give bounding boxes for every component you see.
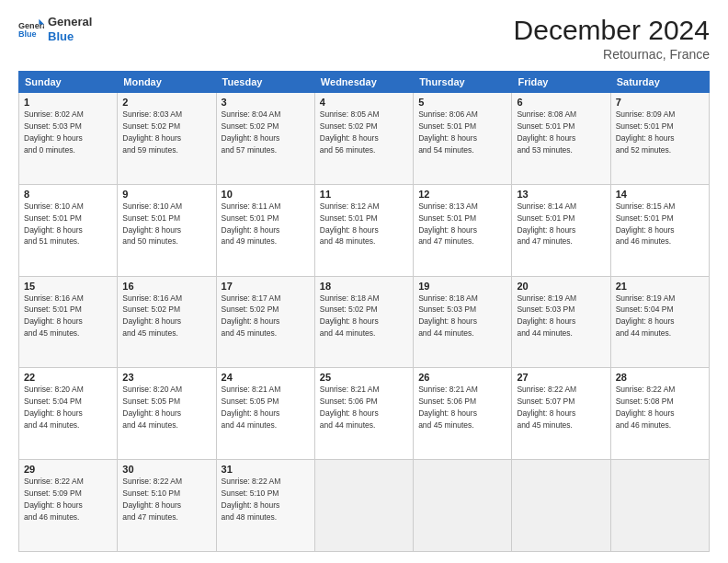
day-info: Sunrise: 8:22 AMSunset: 5:10 PMDaylight:… bbox=[122, 477, 182, 522]
svg-text:Blue: Blue bbox=[18, 29, 37, 39]
day-info: Sunrise: 8:20 AMSunset: 5:05 PMDaylight:… bbox=[122, 385, 182, 430]
day-info: Sunrise: 8:12 AMSunset: 5:01 PMDaylight:… bbox=[320, 201, 380, 247]
table-row: 29Sunrise: 8:22 AMSunset: 5:09 PMDayligh… bbox=[19, 460, 118, 552]
table-row: 23Sunrise: 8:20 AMSunset: 5:05 PMDayligh… bbox=[118, 368, 216, 460]
day-number: 12 bbox=[418, 189, 506, 200]
table-row: 10Sunrise: 8:11 AMSunset: 5:01 PMDayligh… bbox=[216, 184, 314, 276]
title-block: December 2024 Retournac, France bbox=[514, 15, 710, 62]
table-row: 12Sunrise: 8:13 AMSunset: 5:01 PMDayligh… bbox=[414, 184, 512, 276]
day-number: 6 bbox=[517, 97, 605, 108]
day-info: Sunrise: 8:06 AMSunset: 5:01 PMDaylight:… bbox=[418, 109, 478, 155]
day-number: 26 bbox=[418, 372, 506, 383]
day-info: Sunrise: 8:08 AMSunset: 5:01 PMDaylight:… bbox=[517, 109, 576, 155]
table-row: 16Sunrise: 8:16 AMSunset: 5:02 PMDayligh… bbox=[118, 276, 216, 368]
table-row: 2Sunrise: 8:03 AMSunset: 5:02 PMDaylight… bbox=[118, 93, 216, 185]
table-row: 25Sunrise: 8:21 AMSunset: 5:06 PMDayligh… bbox=[314, 368, 413, 460]
day-number: 3 bbox=[222, 97, 310, 108]
day-number: 31 bbox=[222, 464, 310, 475]
table-row: 31Sunrise: 8:22 AMSunset: 5:10 PMDayligh… bbox=[216, 460, 314, 552]
day-info: Sunrise: 8:22 AMSunset: 5:09 PMDaylight:… bbox=[24, 477, 84, 522]
day-number: 22 bbox=[24, 372, 112, 383]
day-info: Sunrise: 8:21 AMSunset: 5:05 PMDaylight:… bbox=[222, 385, 281, 430]
day-info: Sunrise: 8:16 AMSunset: 5:02 PMDaylight:… bbox=[122, 293, 182, 339]
day-info: Sunrise: 8:22 AMSunset: 5:08 PMDaylight:… bbox=[616, 385, 676, 430]
table-row: 27Sunrise: 8:22 AMSunset: 5:07 PMDayligh… bbox=[512, 368, 610, 460]
calendar-week-row: 29Sunrise: 8:22 AMSunset: 5:09 PMDayligh… bbox=[19, 460, 710, 552]
day-info: Sunrise: 8:10 AMSunset: 5:01 PMDaylight:… bbox=[24, 201, 84, 247]
day-number: 10 bbox=[222, 189, 310, 200]
table-row: 24Sunrise: 8:21 AMSunset: 5:05 PMDayligh… bbox=[216, 368, 314, 460]
logo-icon: General Blue bbox=[18, 17, 44, 42]
day-number: 29 bbox=[24, 464, 112, 475]
calendar-week-row: 22Sunrise: 8:20 AMSunset: 5:04 PMDayligh… bbox=[19, 368, 710, 460]
day-number: 13 bbox=[517, 189, 605, 200]
day-number: 14 bbox=[616, 189, 704, 200]
day-info: Sunrise: 8:21 AMSunset: 5:06 PMDaylight:… bbox=[320, 385, 380, 430]
table-row: 30Sunrise: 8:22 AMSunset: 5:10 PMDayligh… bbox=[118, 460, 216, 552]
day-info: Sunrise: 8:04 AMSunset: 5:02 PMDaylight:… bbox=[222, 109, 281, 155]
table-row bbox=[512, 460, 610, 552]
col-sunday: Sunday bbox=[19, 72, 118, 93]
table-row: 7Sunrise: 8:09 AMSunset: 5:01 PMDaylight… bbox=[610, 93, 709, 185]
table-row: 18Sunrise: 8:18 AMSunset: 5:02 PMDayligh… bbox=[314, 276, 413, 368]
day-info: Sunrise: 8:22 AMSunset: 5:10 PMDaylight:… bbox=[222, 477, 281, 522]
table-row: 28Sunrise: 8:22 AMSunset: 5:08 PMDayligh… bbox=[610, 368, 709, 460]
day-number: 30 bbox=[122, 464, 210, 475]
calendar-table: Sunday Monday Tuesday Wednesday Thursday… bbox=[18, 71, 710, 552]
table-row: 1Sunrise: 8:02 AMSunset: 5:03 PMDaylight… bbox=[19, 93, 118, 185]
day-info: Sunrise: 8:22 AMSunset: 5:07 PMDaylight:… bbox=[517, 385, 576, 430]
header: General Blue General Blue December 2024 … bbox=[18, 15, 710, 62]
day-number: 23 bbox=[122, 372, 210, 383]
table-row: 17Sunrise: 8:17 AMSunset: 5:02 PMDayligh… bbox=[216, 276, 314, 368]
table-row: 13Sunrise: 8:14 AMSunset: 5:01 PMDayligh… bbox=[512, 184, 610, 276]
col-monday: Monday bbox=[118, 72, 216, 93]
day-number: 4 bbox=[320, 97, 408, 108]
calendar-week-row: 1Sunrise: 8:02 AMSunset: 5:03 PMDaylight… bbox=[19, 93, 710, 185]
day-number: 21 bbox=[616, 281, 704, 292]
day-info: Sunrise: 8:09 AMSunset: 5:01 PMDaylight:… bbox=[616, 109, 676, 155]
day-info: Sunrise: 8:18 AMSunset: 5:03 PMDaylight:… bbox=[418, 293, 478, 339]
table-row: 5Sunrise: 8:06 AMSunset: 5:01 PMDaylight… bbox=[414, 93, 512, 185]
day-number: 24 bbox=[222, 372, 310, 383]
day-info: Sunrise: 8:03 AMSunset: 5:02 PMDaylight:… bbox=[122, 109, 182, 155]
day-number: 27 bbox=[517, 372, 605, 383]
table-row: 8Sunrise: 8:10 AMSunset: 5:01 PMDaylight… bbox=[19, 184, 118, 276]
day-info: Sunrise: 8:11 AMSunset: 5:01 PMDaylight:… bbox=[222, 201, 281, 247]
day-number: 11 bbox=[320, 189, 408, 200]
page-subtitle: Retournac, France bbox=[514, 47, 710, 62]
page-title: December 2024 bbox=[514, 15, 710, 45]
day-number: 28 bbox=[616, 372, 704, 383]
table-row: 20Sunrise: 8:19 AMSunset: 5:03 PMDayligh… bbox=[512, 276, 610, 368]
day-number: 20 bbox=[517, 281, 605, 292]
day-info: Sunrise: 8:14 AMSunset: 5:01 PMDaylight:… bbox=[517, 201, 576, 247]
table-row: 3Sunrise: 8:04 AMSunset: 5:02 PMDaylight… bbox=[216, 93, 314, 185]
day-info: Sunrise: 8:21 AMSunset: 5:06 PMDaylight:… bbox=[418, 385, 478, 430]
day-info: Sunrise: 8:13 AMSunset: 5:01 PMDaylight:… bbox=[418, 201, 478, 247]
col-thursday: Thursday bbox=[414, 72, 512, 93]
table-row bbox=[314, 460, 413, 552]
day-number: 25 bbox=[320, 372, 408, 383]
day-number: 15 bbox=[24, 281, 112, 292]
day-info: Sunrise: 8:20 AMSunset: 5:04 PMDaylight:… bbox=[24, 385, 84, 430]
col-wednesday: Wednesday bbox=[314, 72, 413, 93]
table-row: 11Sunrise: 8:12 AMSunset: 5:01 PMDayligh… bbox=[314, 184, 413, 276]
table-row bbox=[414, 460, 512, 552]
table-row: 14Sunrise: 8:15 AMSunset: 5:01 PMDayligh… bbox=[610, 184, 709, 276]
day-info: Sunrise: 8:19 AMSunset: 5:04 PMDaylight:… bbox=[616, 293, 676, 339]
col-tuesday: Tuesday bbox=[216, 72, 314, 93]
col-friday: Friday bbox=[512, 72, 610, 93]
weekday-header-row: Sunday Monday Tuesday Wednesday Thursday… bbox=[19, 72, 710, 93]
calendar-week-row: 8Sunrise: 8:10 AMSunset: 5:01 PMDaylight… bbox=[19, 184, 710, 276]
page: General Blue General Blue December 2024 … bbox=[0, 0, 728, 563]
day-number: 19 bbox=[418, 281, 506, 292]
table-row: 19Sunrise: 8:18 AMSunset: 5:03 PMDayligh… bbox=[414, 276, 512, 368]
day-number: 8 bbox=[24, 189, 112, 200]
col-saturday: Saturday bbox=[610, 72, 709, 93]
table-row: 26Sunrise: 8:21 AMSunset: 5:06 PMDayligh… bbox=[414, 368, 512, 460]
day-info: Sunrise: 8:02 AMSunset: 5:03 PMDaylight:… bbox=[24, 109, 84, 155]
day-info: Sunrise: 8:15 AMSunset: 5:01 PMDaylight:… bbox=[616, 201, 676, 247]
day-info: Sunrise: 8:05 AMSunset: 5:02 PMDaylight:… bbox=[320, 109, 380, 155]
day-number: 9 bbox=[122, 189, 210, 200]
table-row: 4Sunrise: 8:05 AMSunset: 5:02 PMDaylight… bbox=[314, 93, 413, 185]
table-row: 9Sunrise: 8:10 AMSunset: 5:01 PMDaylight… bbox=[118, 184, 216, 276]
